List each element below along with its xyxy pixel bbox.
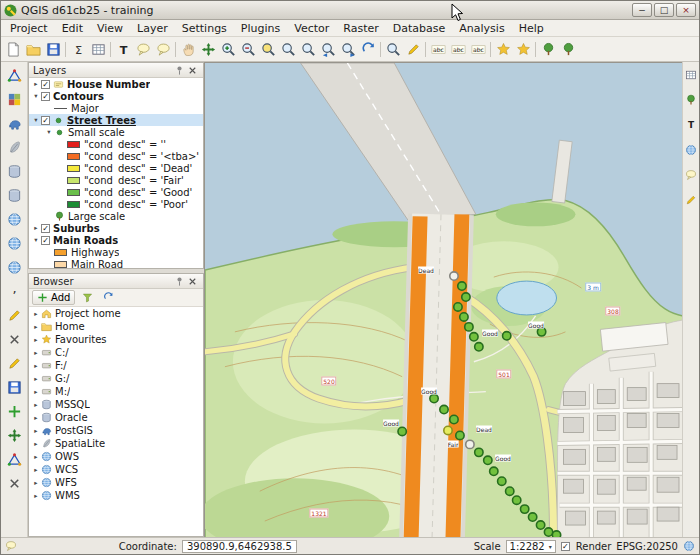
maximize-button[interactable]: □ [654,3,674,17]
map-tips-button[interactable] [681,165,700,185]
zoom-in-button[interactable] [218,39,238,59]
layer-row-house-number[interactable]: ▸✓House Number [29,78,203,90]
minimize-button[interactable]: − [632,3,652,17]
browser-item-c[interactable]: ▸C:/ [29,346,203,359]
layer-checkbox[interactable]: ✓ [41,236,50,245]
expander-icon[interactable]: ▸ [31,349,41,357]
expander-icon[interactable]: ▸ [31,336,41,344]
labeling-options-button[interactable] [428,39,448,59]
osm-tools-button[interactable] [681,140,700,160]
expander-icon[interactable]: ▸ [31,80,41,88]
legend-tools-button[interactable] [558,39,578,59]
pin-labels-button[interactable] [448,39,468,59]
layer-row-cond-desc-tba[interactable]: "cond_desc" = '<tba>' [29,150,203,162]
expander-icon[interactable]: ▸ [31,440,41,448]
zoom-full-extent-button[interactable] [258,39,278,59]
panel-float-button[interactable] [173,275,186,288]
layer-row-cond-desc[interactable]: "cond_desc" = '' [29,138,203,150]
browser-item-f[interactable]: ▸F:/ [29,359,203,372]
layer-checkbox[interactable]: ✓ [41,224,50,233]
title-bar[interactable]: QGIS d61cb25 - training −□× [1,1,699,20]
add-delimited-text-layer-button[interactable] [4,281,24,301]
expander-icon[interactable]: ▸ [31,427,41,435]
form-annotation-button[interactable] [133,39,153,59]
scale-combo[interactable]: 1:2282 ▾ [506,540,556,553]
expander-icon[interactable]: ▸ [31,310,41,318]
layer-row-cond-desc-poor[interactable]: "cond_desc" = 'Poor' [29,198,203,210]
vector-overlay-button[interactable] [538,39,558,59]
render-checkbox[interactable]: ✓ Render [561,541,612,552]
menu-raster[interactable]: Raster [336,21,385,36]
menu-layer[interactable]: Layer [130,21,175,36]
browser-item-spatialite[interactable]: ▸SpatiaLite [29,437,203,450]
menu-help[interactable]: Help [512,21,551,36]
processing-toolbox-button[interactable] [681,65,700,85]
zoom-out-button[interactable] [238,39,258,59]
expander-icon[interactable]: ▸ [31,479,41,487]
delete-selected-button[interactable] [4,473,24,493]
zoom-to-layer-button[interactable] [298,39,318,59]
expander-icon[interactable]: ▾ [31,92,41,100]
add-wfs-layer-button[interactable] [4,257,24,277]
browser-panel-header[interactable]: Browser [29,274,203,289]
browser-item-m[interactable]: ▸M:/ [29,385,203,398]
layer-row-highways[interactable]: Highways [29,246,203,258]
browser-item-wcs[interactable]: ▸WCS [29,463,203,476]
new-shapefile-layer-button[interactable] [4,305,24,325]
layer-row-main-road[interactable]: Main Road [29,258,203,268]
measure-line-button[interactable] [403,39,423,59]
browser-filter-button[interactable] [79,290,96,306]
menu-database[interactable]: Database [386,21,453,36]
python-console-button[interactable] [681,115,700,135]
panel-close-button[interactable] [186,64,199,77]
move-annotation-button[interactable] [153,39,173,59]
expander-icon[interactable]: ▸ [31,492,41,500]
add-raster-layer-button[interactable] [4,89,24,109]
layer-row-contours[interactable]: ▾✓Contours [29,90,203,102]
menu-settings[interactable]: Settings [175,21,234,36]
expander-icon[interactable]: ▸ [31,466,41,474]
layer-checkbox[interactable]: ✓ [41,80,50,89]
menu-edit[interactable]: Edit [55,21,90,36]
annotation-tool-button[interactable] [681,190,700,210]
layers-panel-header[interactable]: Layers [29,63,203,78]
map-canvas[interactable]: DeadGoodGoodGoodGoodFairDeadGood52050113… [204,62,684,539]
add-vector-layer-button[interactable] [4,65,24,85]
add-spatialite-layer-button[interactable] [4,137,24,157]
crs-status-icon[interactable] [683,540,695,552]
move-labels-button[interactable] [468,39,488,59]
layer-row-street-trees[interactable]: ▾✓Street Trees [29,114,203,126]
move-feature-button[interactable] [4,425,24,445]
expander-icon[interactable]: ▸ [31,323,41,331]
expander-icon[interactable]: ▸ [31,414,41,422]
expander-icon[interactable]: ▸ [31,401,41,409]
menu-plugins[interactable]: Plugins [234,21,287,36]
grass-tools-button[interactable] [681,90,700,110]
browser-item-wms[interactable]: ▸WMS [29,489,203,502]
expander-icon[interactable]: ▸ [31,362,41,370]
layer-row-cond-desc-fair[interactable]: "cond_desc" = 'Fair' [29,174,203,186]
add-wcs-layer-button[interactable] [4,233,24,253]
browser-item-favourites[interactable]: ▸Favourites [29,333,203,346]
layer-row-cond-desc-dead[interactable]: "cond_desc" = 'Dead' [29,162,203,174]
show-bookmarks-button[interactable] [513,39,533,59]
menu-analysis[interactable]: Analysis [452,21,511,36]
layer-row-small-scale[interactable]: ▾Small scale [29,126,203,138]
new-bookmark-button[interactable] [493,39,513,59]
expander-icon[interactable]: ▸ [31,375,41,383]
expander-icon[interactable]: ▾ [44,128,54,136]
zoom-to-selection-button[interactable] [278,39,298,59]
text-annotation-button[interactable] [113,39,133,59]
browser-refresh-button[interactable] [100,290,117,306]
remove-layer-button[interactable] [4,329,24,349]
expander-icon[interactable]: ▸ [31,388,41,396]
save-project-button[interactable] [43,39,63,59]
zoom-next-button[interactable] [338,39,358,59]
layer-checkbox[interactable]: ✓ [41,116,50,125]
layer-row-main-roads[interactable]: ▾✓Main Roads [29,234,203,246]
save-layer-edits-button[interactable] [4,377,24,397]
browser-item-mssql[interactable]: ▸MSSQL [29,398,203,411]
menu-project[interactable]: Project [3,21,55,36]
coordinate-value[interactable]: 390890.9,6462938.5 [182,540,297,553]
expander-icon[interactable]: ▸ [31,224,41,232]
